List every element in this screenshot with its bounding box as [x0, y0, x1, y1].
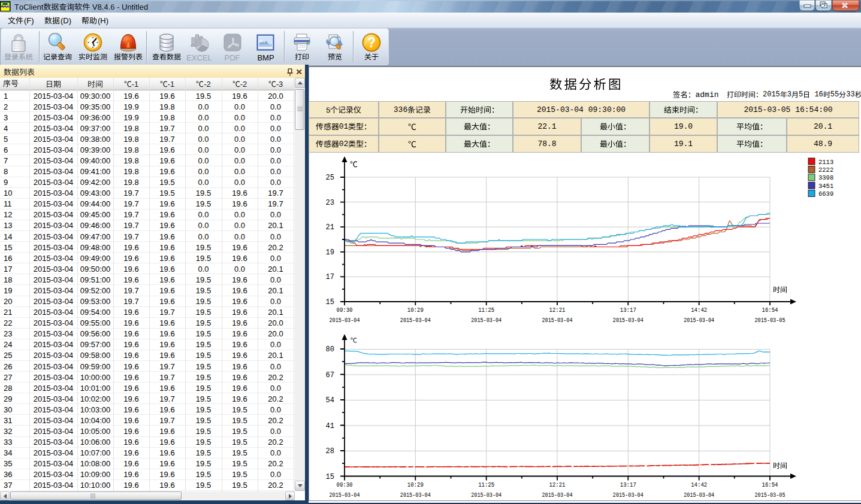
svg-text:25: 25 — [326, 174, 334, 182]
svg-text:12:21: 12:21 — [549, 481, 566, 488]
svg-text:10:29: 10:29 — [407, 306, 424, 314]
svg-text:3398: 3398 — [818, 174, 833, 181]
svg-text:15: 15 — [326, 298, 334, 306]
svg-text:67: 67 — [326, 371, 334, 379]
svg-text:2015-03-04: 2015-03-04 — [330, 491, 360, 499]
svg-text:2015-03-04: 2015-03-04 — [542, 491, 573, 499]
svg-text:14:42: 14:42 — [691, 481, 707, 488]
svg-text:2015-03-04: 2015-03-04 — [400, 491, 431, 499]
svg-text:10:29: 10:29 — [407, 481, 424, 488]
svg-text:6639: 6639 — [818, 190, 833, 198]
svg-text:2015-03-04: 2015-03-04 — [613, 491, 644, 499]
svg-text:17: 17 — [326, 273, 334, 281]
svg-text:2015-03-05: 2015-03-05 — [755, 491, 786, 499]
svg-text:2015-03-05: 2015-03-05 — [755, 317, 786, 324]
svg-text:80: 80 — [326, 345, 334, 354]
svg-text:16:54: 16:54 — [762, 306, 778, 314]
svg-text:11:25: 11:25 — [478, 481, 494, 488]
svg-text:3451: 3451 — [818, 183, 833, 190]
svg-text:19: 19 — [326, 248, 334, 257]
svg-text:2015-03-04: 2015-03-04 — [471, 317, 502, 324]
svg-text:14:42: 14:42 — [691, 306, 707, 314]
svg-text:16:54: 16:54 — [762, 481, 778, 488]
svg-text:09:30: 09:30 — [337, 481, 353, 488]
svg-text:23: 23 — [326, 199, 334, 207]
svg-text:?: ? — [367, 35, 376, 50]
svg-text:2015-03-04: 2015-03-04 — [400, 317, 431, 324]
svg-text:15: 15 — [326, 473, 334, 481]
svg-text:11:25: 11:25 — [478, 306, 494, 314]
svg-text:41: 41 — [326, 422, 334, 430]
svg-text:13:17: 13:17 — [620, 481, 636, 488]
svg-text:13:17: 13:17 — [620, 306, 636, 314]
svg-text:2222: 2222 — [818, 166, 833, 174]
svg-text:21: 21 — [326, 223, 334, 232]
svg-text:2113: 2113 — [818, 159, 833, 166]
svg-text:54: 54 — [326, 396, 334, 405]
svg-text:2015-03-04: 2015-03-04 — [471, 491, 502, 499]
svg-text:2015-03-04: 2015-03-04 — [613, 317, 644, 324]
svg-text:2015-03-04: 2015-03-04 — [684, 317, 714, 324]
svg-text:09:30: 09:30 — [337, 306, 353, 314]
svg-text:28: 28 — [326, 447, 334, 456]
svg-text:12:21: 12:21 — [549, 306, 566, 314]
svg-text:2015-03-04: 2015-03-04 — [684, 491, 714, 499]
svg-text:2015-03-04: 2015-03-04 — [330, 317, 360, 324]
svg-text:2015-03-04: 2015-03-04 — [542, 317, 573, 324]
